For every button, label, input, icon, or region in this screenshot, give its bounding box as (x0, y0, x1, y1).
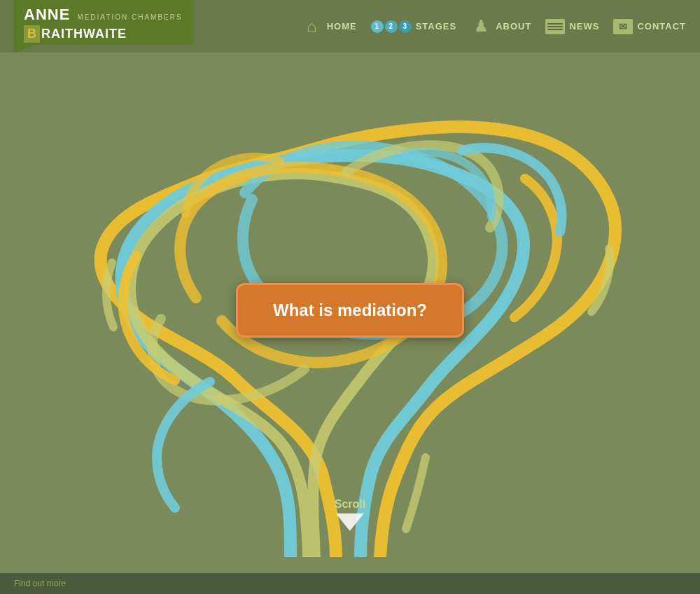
nav-home-label: HOME (327, 21, 357, 32)
main-content: What is mediation? Scroll (0, 53, 700, 573)
stages-numbers: 1 2 3 (371, 20, 412, 33)
nav-stages-label: STAGES (416, 21, 457, 32)
header: ANNE MEDIATION CHAMBERS B RAITHWAITE ⌂ H… (0, 0, 700, 53)
scroll-indicator: Scroll (335, 498, 365, 531)
nav-about-label: ABOUT (496, 21, 531, 32)
mail-icon (613, 19, 633, 34)
person-icon: ♟ (470, 16, 491, 37)
scroll-arrow-icon (336, 513, 364, 531)
nav-stages[interactable]: 1 2 3 STAGES (371, 20, 457, 33)
stage-1-badge: 1 (371, 20, 384, 33)
nav-news[interactable]: NEWS (545, 19, 599, 34)
nav-contact-label: CONTACT (637, 21, 686, 32)
nav-contact[interactable]: CONTACT (613, 19, 686, 34)
footer: Find out more (0, 573, 700, 594)
logo-area: ANNE MEDIATION CHAMBERS B RAITHWAITE (0, 0, 194, 53)
nav-home[interactable]: ⌂ HOME (302, 16, 357, 37)
logo-wrapper: ANNE MEDIATION CHAMBERS B RAITHWAITE (14, 0, 194, 53)
logo-b-letter: B (24, 25, 40, 43)
logo-anne: ANNE (24, 6, 70, 24)
main-nav: ⌂ HOME 1 2 3 STAGES ♟ ABOUT NEWS (302, 16, 700, 37)
mediation-button[interactable]: What is mediation? (236, 283, 464, 338)
home-icon: ⌂ (302, 16, 323, 37)
logo-chambers: MEDIATION CHAMBERS (77, 13, 182, 21)
logo-raithwaite: RAITHWAITE (41, 27, 127, 41)
find-out-more-link[interactable]: Find out more (14, 579, 66, 588)
stage-2-badge: 2 (385, 20, 398, 33)
nav-about[interactable]: ♟ ABOUT (470, 16, 531, 37)
stage-3-badge: 3 (399, 20, 412, 33)
news-icon (545, 19, 565, 34)
scroll-label: Scroll (335, 498, 365, 511)
mediation-button-label: What is mediation? (273, 301, 427, 319)
nav-news-label: NEWS (569, 21, 599, 32)
